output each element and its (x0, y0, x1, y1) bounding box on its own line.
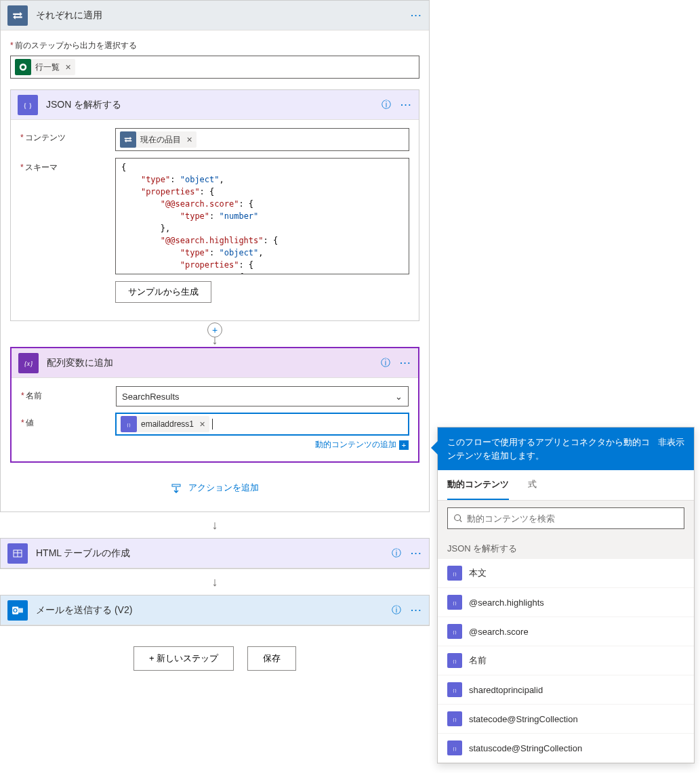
html-table-header[interactable]: HTML テーブルの作成 ⓘ ··· (1, 539, 429, 568)
foreach-icon (7, 5, 28, 26)
append-array-menu-icon[interactable]: ··· (400, 358, 411, 368)
text-cursor (212, 419, 213, 430)
dynamic-content-list[interactable]: {}本文{}@search.highlights{}@search.score{… (438, 559, 694, 691)
svg-point-1 (21, 65, 24, 68)
dynamic-content-item-label: sharedtoprincipalid (469, 685, 543, 692)
dynamic-content-item-label: 本文 (469, 567, 487, 579)
connector: ↓ (0, 569, 430, 595)
svg-rect-5 (172, 484, 180, 486)
dynamic-section-title: JSON を解析する (438, 536, 694, 559)
svg-text:{x}: {x} (24, 360, 33, 367)
parse-json-menu-icon[interactable]: ··· (400, 100, 412, 110)
svg-line-13 (460, 520, 462, 522)
html-table-icon (7, 543, 28, 564)
svg-point-12 (455, 515, 461, 521)
token-current-item[interactable]: 現在の品目 ✕ (120, 131, 197, 148)
add-dynamic-content-link[interactable]: 動的コンテンツの追加+ (315, 440, 409, 449)
foreach-menu-icon[interactable]: ··· (411, 10, 422, 20)
select-output-label: 前のステップから出力を選択する (10, 40, 419, 51)
value-input[interactable]: {} emailaddress1 ✕ (116, 413, 409, 435)
svg-text:{ }: { } (23, 101, 32, 109)
outlook-icon: O (7, 600, 28, 621)
select-output-input[interactable]: 行一覧 ✕ (10, 56, 419, 79)
dynamic-content-item[interactable]: {}sharedtoprincipalid (438, 675, 694, 691)
parse-json-card: { } JSON を解析する ⓘ ··· コンテンツ (10, 89, 419, 321)
content-label: コンテンツ (20, 128, 115, 144)
send-mail-card[interactable]: O メールを送信する (V2) ⓘ ··· (0, 595, 430, 626)
arrow-down-icon: ↓ (212, 575, 218, 589)
value-label: 値 (21, 413, 116, 429)
json-token-icon: {} (447, 624, 462, 639)
append-array-header[interactable]: {x} 配列変数に追加 ⓘ ··· (12, 348, 418, 378)
name-label: 名前 (21, 386, 116, 402)
dynamic-content-item[interactable]: {}名前 (438, 646, 694, 675)
send-mail-header[interactable]: O メールを送信する (V2) ⓘ ··· (1, 596, 429, 625)
dynamic-content-item[interactable]: {}@search.highlights (438, 588, 694, 617)
html-table-card[interactable]: HTML テーブルの作成 ⓘ ··· (0, 538, 430, 569)
help-icon[interactable]: ⓘ (381, 357, 390, 369)
svg-rect-11 (18, 608, 23, 612)
send-mail-menu-icon[interactable]: ··· (411, 605, 422, 615)
svg-text:O: O (13, 607, 18, 614)
dynamic-content-item[interactable]: {}本文 (438, 559, 694, 588)
json-token-icon: {} (447, 566, 462, 581)
send-mail-title: メールを送信する (V2) (36, 604, 392, 617)
foreach-card: それぞれに適用 ··· 前のステップから出力を選択する 行一覧 ✕ (0, 0, 430, 512)
append-array-card: {x} 配列変数に追加 ⓘ ··· 名前 SearchResults (10, 347, 419, 463)
token-emailaddress[interactable]: {} emailaddress1 ✕ (121, 416, 209, 432)
svg-text:{}: {} (453, 659, 457, 664)
new-step-button[interactable]: + 新しいステップ (133, 646, 234, 671)
help-icon[interactable]: ⓘ (382, 99, 391, 111)
content-input[interactable]: 現在の品目 ✕ (115, 128, 409, 151)
token-rows-remove[interactable]: ✕ (65, 63, 71, 72)
dynamic-content-item-label: 名前 (469, 654, 487, 667)
token-rows-label: 行一覧 (35, 62, 60, 73)
name-select[interactable]: SearchResults ⌄ (116, 386, 409, 406)
svg-text:{}: {} (453, 600, 457, 606)
loop-item-icon (120, 131, 136, 148)
token-current-item-label: 現在の品目 (140, 134, 181, 146)
json-token-icon: {} (447, 653, 462, 668)
dynamic-search-input[interactable] (467, 514, 678, 524)
token-rows[interactable]: 行一覧 ✕ (15, 59, 75, 75)
json-token-icon: {} (447, 682, 462, 691)
json-token-icon: {} (121, 416, 137, 432)
tab-expression[interactable]: 式 (528, 470, 537, 500)
dynamic-content-panel: このフローで使用するアプリとコネクタから動的コンテンツを追加します。 非表示 動… (437, 427, 695, 691)
svg-text:{}: {} (127, 422, 131, 427)
search-icon (453, 514, 463, 523)
token-emailaddress-remove[interactable]: ✕ (199, 420, 205, 429)
json-token-icon: {} (447, 595, 462, 610)
callout-arrow-icon (431, 441, 438, 455)
add-action-icon (171, 482, 184, 493)
help-icon[interactable]: ⓘ (392, 604, 401, 617)
save-button[interactable]: 保存 (247, 646, 296, 671)
html-table-title: HTML テーブルの作成 (36, 547, 392, 560)
dynamic-content-item-label: @search.highlights (469, 598, 544, 608)
dynamic-content-item[interactable]: {}@search.score (438, 617, 694, 646)
schema-textarea[interactable]: { "type": "object", "properties": { "@@s… (115, 158, 409, 274)
dynamic-panel-header: このフローで使用するアプリとコネクタから動的コンテンツを追加します。 非表示 (438, 427, 694, 470)
connector: + ↓ (10, 321, 419, 347)
dynamic-search-box[interactable] (447, 507, 684, 529)
dynamic-panel-header-text: このフローで使用するアプリとコネクタから動的コンテンツを追加します。 (447, 436, 650, 462)
add-action-link[interactable]: アクションを追加 (171, 482, 259, 493)
svg-text:{}: {} (453, 629, 457, 635)
html-table-menu-icon[interactable]: ··· (411, 548, 422, 558)
help-icon[interactable]: ⓘ (392, 547, 401, 560)
parse-json-icon: { } (18, 95, 38, 115)
parse-json-header[interactable]: { } JSON を解析する ⓘ ··· (11, 90, 419, 120)
arrow-down-icon: ↓ (212, 518, 218, 532)
chevron-down-icon: ⌄ (395, 392, 403, 402)
foreach-header[interactable]: それぞれに適用 ··· (1, 1, 429, 30)
insert-step-button[interactable]: + (207, 322, 222, 337)
tab-dynamic-content[interactable]: 動的コンテンツ (447, 470, 509, 500)
dataverse-icon (15, 59, 31, 75)
append-array-icon: {x} (18, 353, 39, 373)
dynamic-content-item-label: @search.score (469, 627, 529, 637)
token-current-item-remove[interactable]: ✕ (186, 135, 192, 144)
hide-panel-link[interactable]: 非表示 (658, 436, 684, 462)
name-value: SearchResults (122, 392, 180, 402)
schema-label: スキーマ (20, 158, 115, 173)
generate-from-sample-button[interactable]: サンプルから生成 (115, 281, 211, 303)
